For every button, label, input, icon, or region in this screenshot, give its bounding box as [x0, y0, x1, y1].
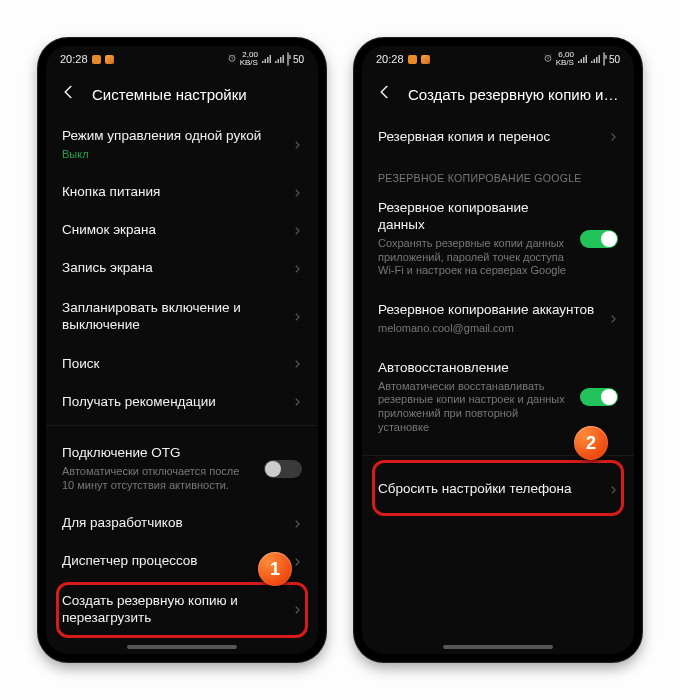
notif-icon	[408, 55, 417, 64]
gesture-bar[interactable]	[127, 645, 237, 649]
row-label: Сбросить настройки телефона	[378, 481, 598, 498]
row-backup[interactable]: Создать резервную копию и перезагрузить	[46, 581, 318, 639]
battery-percent: 50	[293, 54, 304, 65]
notif-icon	[105, 55, 114, 64]
signal-icon	[577, 54, 587, 64]
settings-list[interactable]: Резервная копия и перенос РЕЗЕРВНОЕ КОПИ…	[362, 116, 634, 654]
row-label: Снимок экрана	[62, 222, 282, 239]
signal-icon	[590, 54, 600, 64]
signal-icon	[274, 54, 284, 64]
chevron-right-icon	[292, 393, 302, 411]
chevron-right-icon	[292, 355, 302, 373]
divider	[46, 425, 318, 433]
row-label: Кнопка питания	[62, 184, 282, 201]
battery-icon	[287, 53, 289, 65]
page-title: Системные настройки	[92, 86, 247, 103]
back-icon[interactable]	[60, 83, 78, 105]
otg-toggle[interactable]	[264, 460, 302, 478]
chevron-right-icon	[292, 260, 302, 278]
row-label: Режим управления одной рукой	[62, 128, 282, 145]
chevron-right-icon	[292, 308, 302, 326]
row-procman[interactable]: Диспетчер процессов	[46, 543, 318, 581]
network-speed: 6,00 KB/S	[556, 51, 574, 67]
row-schedule[interactable]: Запланировать включение и выключение	[46, 288, 318, 346]
phone-frame-right: 20:28 6,00 KB/S 50	[354, 38, 642, 662]
notif-icon	[92, 55, 101, 64]
row-label: Создать резервную копию и перезагрузить	[62, 593, 282, 627]
row-sub: melomano.cool@gmail.com	[378, 322, 598, 336]
row-backup-transfer[interactable]: Резервная копия и перенос	[362, 116, 634, 158]
row-sub: Автоматически отключается после 10 минут…	[62, 465, 254, 493]
row-sub: Сохранять резервные копии данных приложе…	[378, 237, 570, 278]
clock: 20:28	[60, 53, 88, 65]
row-recs[interactable]: Получать рекомендации	[46, 383, 318, 421]
data-backup-toggle[interactable]	[580, 230, 618, 248]
clock: 20:28	[376, 53, 404, 65]
gesture-bar[interactable]	[443, 645, 553, 649]
settings-list[interactable]: Режим управления одной рукой Выкл Кнопка…	[46, 116, 318, 654]
row-label: Диспетчер процессов	[62, 553, 282, 570]
row-one-hand[interactable]: Режим управления одной рукой Выкл	[46, 116, 318, 174]
row-dev[interactable]: Для разработчиков	[46, 505, 318, 543]
chevron-right-icon	[608, 481, 618, 499]
phone-frame-left: 20:28 2,00 KB/S 50	[38, 38, 326, 662]
row-label: Для разработчиков	[62, 515, 282, 532]
row-autorestore[interactable]: Автовосстановление Автоматически восстан…	[362, 348, 634, 447]
divider	[362, 455, 634, 463]
row-reset[interactable]: Сбросить настройки телефона	[362, 463, 634, 517]
status-bar: 20:28 2,00 KB/S 50	[46, 46, 318, 72]
section-header: РЕЗЕРВНОЕ КОПИРОВАНИЕ GOOGLE	[362, 158, 634, 188]
chevron-right-icon	[608, 128, 618, 146]
row-label: Резервная копия и перенос	[378, 129, 598, 146]
screen-left: 20:28 2,00 KB/S 50	[46, 46, 318, 654]
row-sub: Автоматически восстанавливать резервные …	[378, 380, 570, 435]
signal-icon	[261, 54, 271, 64]
row-account-backup[interactable]: Резервное копирование аккаунтов melomano…	[362, 290, 634, 348]
autorestore-toggle[interactable]	[580, 388, 618, 406]
notif-icon	[421, 55, 430, 64]
chevron-right-icon	[608, 310, 618, 328]
row-record[interactable]: Запись экрана	[46, 250, 318, 288]
row-label: Резервное копирование данных	[378, 200, 570, 234]
row-label: Запланировать включение и выключение	[62, 300, 282, 334]
row-label: Поиск	[62, 356, 282, 373]
chevron-right-icon	[292, 515, 302, 533]
chevron-right-icon	[292, 136, 302, 154]
chevron-right-icon	[292, 184, 302, 202]
chevron-right-icon	[292, 553, 302, 571]
page-title: Создать резервную копию и перезаг...	[408, 86, 620, 103]
alarm-icon	[227, 53, 237, 65]
alarm-icon	[543, 53, 553, 65]
screen-right: 20:28 6,00 KB/S 50	[362, 46, 634, 654]
chevron-right-icon	[292, 601, 302, 619]
row-power[interactable]: Кнопка питания	[46, 174, 318, 212]
battery-percent: 50	[609, 54, 620, 65]
row-screenshot[interactable]: Снимок экрана	[46, 212, 318, 250]
battery-icon	[603, 53, 605, 65]
row-data-backup[interactable]: Резервное копирование данных Сохранять р…	[362, 188, 634, 290]
row-label: Получать рекомендации	[62, 394, 282, 411]
row-label: Подключение OTG	[62, 445, 254, 462]
row-label: Резервное копирование аккаунтов	[378, 302, 598, 319]
title-bar: Создать резервную копию и перезаг...	[362, 72, 634, 116]
network-speed: 2,00 KB/S	[240, 51, 258, 67]
status-bar: 20:28 6,00 KB/S 50	[362, 46, 634, 72]
row-sub: Выкл	[62, 148, 282, 162]
back-icon[interactable]	[376, 83, 394, 105]
row-label: Запись экрана	[62, 260, 282, 277]
row-otg[interactable]: Подключение OTG Автоматически отключаетс…	[46, 433, 318, 504]
row-label: Автовосстановление	[378, 360, 570, 377]
chevron-right-icon	[292, 222, 302, 240]
row-search[interactable]: Поиск	[46, 345, 318, 383]
title-bar: Системные настройки	[46, 72, 318, 116]
